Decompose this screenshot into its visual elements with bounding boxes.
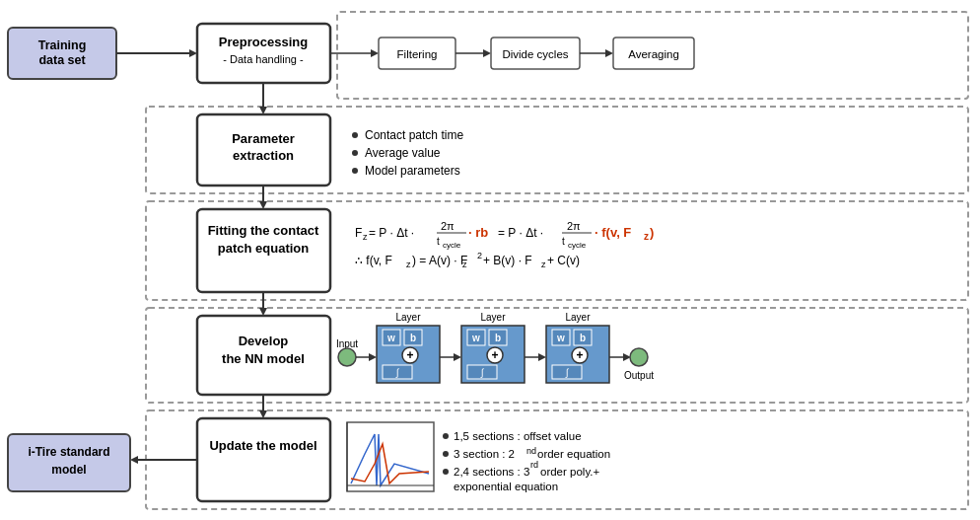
svg-point-120 — [443, 433, 449, 439]
svg-rect-6 — [197, 24, 330, 83]
svg-text:Input: Input — [336, 338, 358, 349]
svg-text:i-Tire standard: i-Tire standard — [28, 445, 109, 459]
svg-text:) = A(v) · F: ) = A(v) · F — [412, 254, 467, 267]
svg-text:Contact patch time: Contact patch time — [365, 128, 463, 142]
svg-text:2π: 2π — [441, 220, 455, 232]
svg-point-92 — [487, 347, 503, 363]
svg-text:w: w — [386, 333, 395, 343]
svg-text:rd: rd — [530, 460, 538, 470]
svg-text:Layer: Layer — [565, 312, 591, 323]
svg-rect-75 — [377, 326, 440, 383]
svg-text:· f(v, F: · f(v, F — [595, 225, 631, 240]
svg-text:nd: nd — [526, 446, 536, 456]
svg-marker-11 — [371, 49, 379, 57]
svg-text:Fitting the contact: Fitting the contact — [208, 223, 319, 238]
svg-text:3 section : 2: 3 section : 2 — [454, 448, 515, 460]
svg-rect-20 — [613, 37, 694, 69]
svg-text:z: z — [541, 260, 546, 269]
svg-rect-106 — [552, 365, 582, 379]
svg-marker-97 — [538, 353, 546, 361]
svg-marker-114 — [259, 410, 267, 418]
svg-text:∴ f(v, F: ∴ f(v, F — [355, 254, 392, 267]
svg-marker-19 — [605, 49, 613, 57]
svg-rect-64 — [146, 308, 968, 403]
svg-rect-25 — [197, 114, 330, 186]
svg-text:+: + — [491, 348, 498, 362]
svg-marker-85 — [454, 353, 461, 361]
svg-point-71 — [338, 348, 356, 366]
svg-text:): ) — [650, 225, 654, 240]
svg-rect-67 — [197, 316, 330, 395]
svg-rect-102 — [574, 330, 592, 345]
svg-text:z: z — [462, 260, 467, 269]
svg-rect-76 — [383, 330, 400, 345]
svg-rect-112 — [146, 410, 968, 509]
svg-point-126 — [443, 469, 449, 475]
svg-rect-22 — [146, 107, 968, 193]
svg-text:Output: Output — [624, 370, 654, 381]
svg-text:+: + — [406, 348, 413, 362]
svg-text:order equation: order equation — [537, 448, 610, 460]
svg-point-110 — [630, 348, 648, 366]
svg-rect-9 — [337, 12, 968, 99]
svg-text:t: t — [437, 236, 440, 247]
svg-rect-1 — [8, 28, 116, 79]
svg-rect-87 — [461, 326, 525, 383]
svg-text:b: b — [410, 333, 416, 343]
svg-text:order poly.+: order poly.+ — [540, 466, 599, 478]
svg-rect-78 — [404, 330, 422, 345]
svg-text:∫: ∫ — [565, 367, 570, 378]
svg-text:Training: Training — [38, 38, 87, 52]
svg-text:F: F — [355, 226, 362, 240]
svg-text:w: w — [556, 333, 565, 343]
svg-text:+ C(v): + C(v) — [547, 254, 580, 267]
svg-text:Average value: Average value — [365, 146, 441, 160]
svg-text:Parameter: Parameter — [232, 131, 295, 146]
svg-text:Divide cycles: Divide cycles — [502, 48, 568, 60]
svg-text:b: b — [495, 333, 501, 343]
svg-text:2: 2 — [477, 251, 482, 260]
svg-marker-36 — [259, 201, 267, 209]
svg-rect-88 — [467, 330, 485, 345]
svg-text:= P · Δt ·: = P · Δt · — [498, 226, 543, 240]
svg-marker-66 — [259, 308, 267, 316]
svg-text:z: z — [644, 231, 649, 242]
svg-text:patch equation: patch equation — [218, 241, 310, 256]
svg-text:b: b — [580, 333, 586, 343]
svg-rect-100 — [552, 330, 570, 345]
svg-rect-12 — [379, 37, 455, 69]
svg-rect-90 — [489, 330, 507, 345]
svg-point-80 — [402, 347, 418, 363]
svg-text:2π: 2π — [567, 220, 581, 232]
svg-point-104 — [572, 347, 588, 363]
svg-rect-115 — [197, 418, 330, 501]
svg-text:z: z — [363, 232, 368, 242]
svg-text:= P · Δt ·: = P · Δt · — [369, 226, 414, 240]
svg-text:the NN model: the NN model — [222, 351, 305, 366]
svg-text:cycle: cycle — [443, 241, 461, 250]
svg-marker-73 — [369, 353, 377, 361]
svg-text:Averaging: Averaging — [628, 48, 679, 60]
diagram: Training data set Preprocessing - Data h… — [0, 0, 980, 520]
svg-point-122 — [443, 451, 449, 457]
svg-marker-109 — [623, 353, 631, 361]
svg-point-32 — [352, 168, 358, 174]
svg-text:w: w — [471, 333, 480, 343]
svg-marker-15 — [483, 49, 491, 57]
svg-text:extraction: extraction — [233, 148, 294, 163]
svg-rect-82 — [383, 365, 412, 379]
svg-text:model: model — [51, 463, 86, 477]
svg-rect-34 — [146, 201, 968, 300]
svg-marker-5 — [189, 49, 197, 57]
svg-text:1,5 sections : offset value: 1,5 sections : offset value — [454, 430, 582, 442]
svg-rect-16 — [491, 37, 580, 69]
svg-rect-117 — [347, 422, 434, 491]
svg-rect-94 — [467, 365, 497, 379]
svg-text:2,4 sections : 3: 2,4 sections : 3 — [454, 466, 529, 478]
svg-rect-133 — [8, 434, 130, 491]
svg-text:z: z — [406, 260, 411, 269]
svg-marker-132 — [130, 456, 138, 464]
svg-text:∫: ∫ — [480, 367, 485, 378]
svg-marker-24 — [259, 107, 267, 114]
svg-text:Model parameters: Model parameters — [365, 164, 460, 178]
